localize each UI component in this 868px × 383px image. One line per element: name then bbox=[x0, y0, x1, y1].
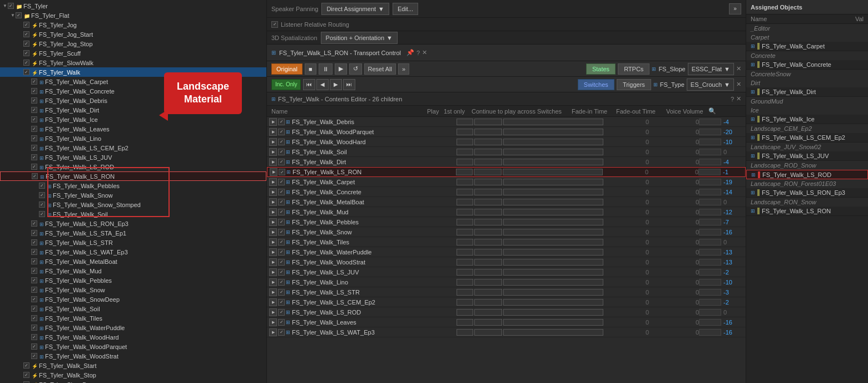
tree-checkbox[interactable] bbox=[39, 192, 45, 198]
close-switches-icon[interactable]: ✕ bbox=[736, 81, 741, 88]
tree-checkbox[interactable] bbox=[31, 135, 37, 141]
tree-checkbox[interactable] bbox=[39, 211, 45, 217]
tree-checkbox[interactable] bbox=[23, 362, 29, 369]
essc-flat-dropdown[interactable]: ESSC_Flat ▼ bbox=[688, 63, 734, 75]
expand-button[interactable]: » bbox=[729, 3, 741, 14]
inc-only-button[interactable]: Inc. Only bbox=[271, 79, 301, 90]
rtpcs-tab[interactable]: RTPCs bbox=[618, 63, 649, 75]
row-checkbox[interactable] bbox=[278, 239, 285, 245]
tree-item-fs_tyler_walk_woodhard[interactable]: ⊞FS_Tyler_Walk_WoodHard bbox=[0, 332, 266, 342]
continue-checkbox[interactable] bbox=[503, 169, 603, 175]
tree-checkbox[interactable] bbox=[8, 3, 14, 9]
tree-checkbox[interactable] bbox=[23, 50, 29, 56]
first-only-checkbox[interactable] bbox=[474, 249, 502, 256]
right-list[interactable]: _EditorCarpet⊞FS_Tyler_Walk_CarpetConcre… bbox=[746, 24, 868, 383]
continue-checkbox[interactable] bbox=[503, 289, 603, 296]
tree-item-fs_tyler_walk_ice[interactable]: ⊞FS_Tyler_Walk_Ice bbox=[0, 115, 266, 124]
continue-checkbox[interactable] bbox=[503, 209, 603, 215]
row-play-button[interactable]: ▶ bbox=[269, 308, 277, 316]
rewind-btn[interactable]: ⏮ bbox=[303, 79, 315, 90]
first-only-checkbox[interactable] bbox=[474, 119, 502, 125]
right-list-item[interactable]: ⊞FS_Tyler_Walk_Dirt bbox=[746, 87, 868, 97]
row-play-button[interactable]: ▶ bbox=[269, 238, 277, 246]
tree-checkbox[interactable] bbox=[23, 31, 29, 37]
tree-item-fs_tyler_walk_ls_wat_ep3[interactable]: ⊞FS_Tyler_Walk_LS_WAT_Ep3 bbox=[0, 247, 266, 257]
tree-checkbox[interactable] bbox=[31, 353, 37, 359]
play-checkbox[interactable] bbox=[457, 249, 473, 256]
row-play-button[interactable]: ▶ bbox=[269, 128, 277, 136]
tree-checkbox[interactable] bbox=[31, 296, 37, 302]
row-checkbox[interactable] bbox=[278, 129, 285, 135]
volume-slider[interactable] bbox=[699, 329, 721, 336]
tree-item-fs_tyler_walk_ls_sta_ep1[interactable]: ⊞FS_Tyler_Walk_LS_STA_Ep1 bbox=[0, 228, 266, 238]
right-list-item[interactable]: ⊞FS_Tyler_Walk_LS_RON bbox=[746, 207, 868, 216]
volume-slider[interactable] bbox=[699, 199, 721, 205]
row-play-button[interactable]: ▶ bbox=[269, 248, 277, 256]
listener-relative-check[interactable]: Listener Relative Routing bbox=[271, 21, 349, 28]
table-row[interactable]: ▶⊞FS_Tyler_Walk_Dirt00-4 bbox=[267, 157, 746, 167]
tree-item-fs_tyler_walk_tiles[interactable]: ⊞FS_Tyler_Walk_Tiles bbox=[0, 313, 266, 323]
row-play-button[interactable]: ▶ bbox=[269, 148, 277, 156]
play-checkbox[interactable] bbox=[457, 259, 473, 266]
forward-btn[interactable]: ▶ bbox=[330, 79, 342, 90]
right-list-item[interactable]: ⊞FS_Tyler_Walk_LS_CEM_Ep2 bbox=[746, 133, 868, 143]
row-checkbox[interactable] bbox=[278, 329, 285, 336]
first-only-checkbox[interactable] bbox=[474, 329, 502, 336]
row-play-button[interactable]: ▶ bbox=[269, 218, 277, 226]
tree-checkbox[interactable] bbox=[31, 268, 37, 274]
tree-checkbox[interactable] bbox=[31, 249, 37, 255]
table-row[interactable]: ▶⊞FS_Tyler_Walk_Pebbles00-7 bbox=[267, 217, 746, 227]
tree-container[interactable]: ▼📁FS_Tyler▼📁FS_Tyler_Flat ⚡FS_Tyler_Jog … bbox=[0, 0, 266, 383]
tree-checkbox[interactable] bbox=[31, 277, 37, 283]
volume-slider[interactable] bbox=[699, 139, 721, 145]
table-row[interactable]: ▶⊞FS_Tyler_Walk_Mud00-12 bbox=[267, 207, 746, 217]
table-row[interactable]: ▶⊞FS_Tyler_Walk_LS_STR00-3 bbox=[267, 287, 746, 297]
tree-item-fs_tyler_jog_start[interactable]: ⚡FS_Tyler_Jog_Start bbox=[0, 30, 266, 39]
row-play-button[interactable]: ▶ bbox=[269, 138, 277, 146]
play-checkbox[interactable] bbox=[457, 129, 473, 135]
pause-button[interactable]: ⏸ bbox=[319, 63, 333, 75]
tree-item-fs_tyler_jog_stop[interactable]: ⚡FS_Tyler_Jog_Stop bbox=[0, 39, 266, 48]
row-checkbox[interactable] bbox=[279, 169, 285, 175]
table-row[interactable]: ▶⊞FS_Tyler_Walk_Snow00-16 bbox=[267, 227, 746, 237]
row-checkbox[interactable] bbox=[278, 199, 285, 205]
tree-item-fs_tyler_walk_woodparquet[interactable]: ⊞FS_Tyler_Walk_WoodParquet bbox=[0, 342, 266, 351]
close-states-icon[interactable]: ✕ bbox=[736, 65, 741, 72]
help-icon[interactable]: ? bbox=[416, 50, 420, 56]
tree-checkbox[interactable] bbox=[31, 306, 37, 312]
play-checkbox[interactable] bbox=[457, 239, 473, 245]
listener-checkbox[interactable] bbox=[271, 21, 278, 28]
tree-checkbox[interactable] bbox=[23, 22, 29, 28]
tree-item-fs_tyler_walk_lino[interactable]: ⊞FS_Tyler_Walk_Lino bbox=[0, 134, 266, 143]
row-checkbox[interactable] bbox=[278, 259, 285, 266]
play-checkbox[interactable] bbox=[457, 219, 473, 225]
first-only-checkbox[interactable] bbox=[474, 129, 502, 135]
search-icon[interactable]: 🔍 bbox=[708, 107, 720, 115]
table-row[interactable]: ▶⊞FS_Tyler_Walk_Debris00-4 bbox=[267, 117, 746, 127]
first-only-checkbox[interactable] bbox=[474, 239, 502, 245]
tree-item-fs_tyler_walk_snow[interactable]: ⊞FS_Tyler_Walk_Snow bbox=[0, 190, 266, 200]
play-checkbox[interactable] bbox=[457, 119, 473, 125]
first-only-checkbox[interactable] bbox=[474, 159, 502, 165]
row-play-button[interactable]: ▶ bbox=[270, 168, 277, 176]
tree-checkbox[interactable] bbox=[31, 258, 37, 264]
table-row[interactable]: ▶⊞FS_Tyler_Walk_WaterPuddle00-13 bbox=[267, 247, 746, 257]
table-row[interactable]: ▶⊞FS_Tyler_Walk_Carpet00-19 bbox=[267, 177, 746, 187]
volume-slider[interactable] bbox=[699, 159, 721, 165]
tree-item-fs_tyler_walk_ls_str[interactable]: ⊞FS_Tyler_Walk_LS_STR bbox=[0, 238, 266, 247]
continue-checkbox[interactable] bbox=[503, 279, 603, 286]
continue-checkbox[interactable] bbox=[503, 239, 603, 245]
first-only-checkbox[interactable] bbox=[474, 149, 502, 155]
play-button[interactable]: ▶ bbox=[335, 63, 347, 75]
continue-checkbox[interactable] bbox=[503, 299, 603, 306]
row-checkbox[interactable] bbox=[278, 179, 285, 185]
play-checkbox[interactable] bbox=[456, 169, 473, 175]
row-play-button[interactable]: ▶ bbox=[269, 178, 277, 186]
loop-button[interactable]: ↺ bbox=[349, 63, 362, 75]
table-row[interactable]: ▶⊞FS_Tyler_Walk_LS_WAT_Ep300-16 bbox=[267, 327, 746, 337]
table-row[interactable]: ▶⊞FS_Tyler_Walk_LS_CEM_Ep200-2 bbox=[267, 297, 746, 307]
position-orientation-dropdown[interactable]: Position + Orientation ▼ bbox=[321, 32, 398, 44]
continue-checkbox[interactable] bbox=[503, 149, 603, 155]
row-play-button[interactable]: ▶ bbox=[269, 258, 277, 266]
tree-checkbox[interactable] bbox=[23, 60, 29, 66]
